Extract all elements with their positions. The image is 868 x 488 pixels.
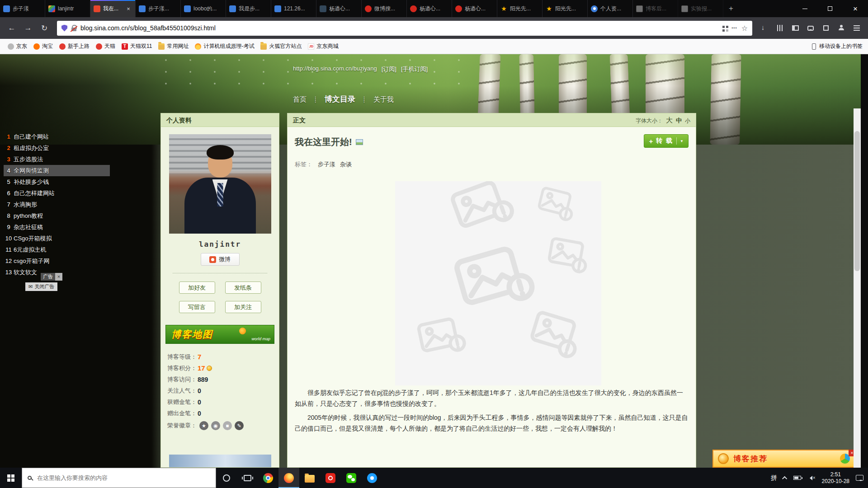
blog-map-banner[interactable]: 博客地图 world map [165,325,274,344]
messages-button[interactable] [804,21,817,35]
browser-tab[interactable]: 阳光先... × [542,0,588,17]
post-tag[interactable]: 步子漾 [318,160,335,169]
hidden-icons-chevron[interactable] [782,476,787,481]
mobile-bookmarks-item[interactable]: 移动设备上的书签 [811,42,863,50]
qr-code-icon[interactable] [722,26,725,28]
post-tag[interactable]: 杂谈 [340,160,352,169]
honor-badge-icon[interactable]: ★ [199,421,208,430]
browser-tab[interactable]: 实验报... × [678,0,723,17]
window-maximize-button[interactable] [817,0,843,17]
profile-action-button[interactable]: 加关注 [225,301,261,313]
screenshot-button[interactable] [819,21,833,35]
ime-indicator[interactable]: 拼 [771,474,777,482]
browser-tab[interactable]: 杨遒心... × [407,0,452,17]
bookmark-item[interactable]: T 天猫双11 [118,41,155,52]
forward-button[interactable]: → [21,21,35,35]
ad-close-icon[interactable]: × [55,273,62,281]
bookmark-item[interactable]: 天猫 [93,41,118,52]
hotlist-item[interactable]: 2 租虚拟办公室 [4,142,110,154]
browser-tab[interactable]: 杨遒心... × [452,0,497,17]
bookmark-item[interactable]: 常用网址 [155,41,192,52]
blog-nav-link[interactable]: 首页 [293,95,307,104]
cortana-button[interactable] [216,468,237,488]
taskbar-clock[interactable]: 2:51 2020-10-28 [822,471,849,485]
weibo-button[interactable]: 微博 [201,253,240,266]
font-size-option[interactable]: 小 [685,114,690,127]
blog-promo-ad[interactable]: 博客推荐 × [712,450,855,468]
taskbar-app-wechat[interactable] [341,468,362,488]
honor-badge-icon[interactable]: ✎ [235,421,244,430]
page-scrollbar[interactable] [854,108,861,468]
font-size-option[interactable]: 中 [676,114,682,127]
mobile-subscribe-link[interactable]: [手机订阅] [401,65,428,73]
subscribe-link[interactable]: [订阅] [382,65,396,73]
url-bar[interactable]: blog.sina.com.cn/s/blog_58afb45501009szi… [57,21,752,36]
profile-action-button[interactable]: 加好友 [179,282,215,294]
battery-icon[interactable] [793,476,801,480]
hotlist-item[interactable]: 4 全网舆情监测 [4,165,110,176]
search-input[interactable] [37,474,210,481]
taskbar-app-explorer[interactable] [299,468,320,488]
profile-action-button[interactable]: 发纸条 [225,282,261,294]
notification-center-icon[interactable] [856,475,863,481]
honor-badge-icon[interactable]: ◉ [211,421,220,430]
browser-tab[interactable]: 博客后... × [633,0,678,17]
browser-tab[interactable]: 步子漾 × [0,0,45,17]
browser-tab[interactable]: 阳光先... × [497,0,542,17]
insecure-lock-icon[interactable] [71,28,76,31]
bookmark-item[interactable]: 新手上路 [56,41,93,52]
taskbar-app-blue[interactable] [362,468,382,488]
browser-tab[interactable]: lanjintr × [45,0,90,17]
back-button[interactable]: ← [5,21,19,35]
bookmark-item[interactable]: 火狐官方站点 [257,41,305,52]
hotlist-item[interactable]: 10 CSgo开箱模拟 [4,233,110,244]
url-text[interactable]: blog.sina.com.cn/s/blog_58afb45501009szi… [80,24,718,32]
blog-nav-link[interactable]: 关于我 [355,95,394,104]
font-size-option[interactable]: 大 [666,113,673,127]
hotlist-item[interactable]: 7 水滴胸形 [4,199,110,210]
repost-button[interactable]: + 转 载 ▼ [644,134,689,148]
blog-nav-link[interactable]: 博文目录 [307,94,355,104]
tab-close-icon[interactable]: × [125,5,132,12]
account-button[interactable] [835,21,848,35]
browser-tab[interactable]: 我是步... × [226,0,271,17]
hotlist-item[interactable]: 11 6元虚拟主机 [4,244,110,255]
hotlist-item[interactable]: 9 杂志社征稿 [4,221,110,233]
hotlist-item[interactable]: 5 补处膜多少钱 [4,176,110,188]
hotlist-item[interactable]: 12 csgo开箱子网 [4,255,110,267]
taskbar-search-box[interactable] [22,468,216,488]
tracking-protection-shield-icon[interactable] [61,25,67,32]
browser-tab[interactable]: 个人资... × [588,0,633,17]
bookmark-item[interactable]: 计算机组成原理-考试 [192,41,257,52]
bookmark-item[interactable]: 京东 [5,41,30,52]
taskbar-app-red[interactable] [320,468,341,488]
hotlist-item[interactable]: 1 自己建个网站 [4,131,110,142]
reload-button[interactable]: ↻ [37,21,52,35]
browser-tab[interactable]: 步子漾... × [136,0,181,17]
library-button[interactable] [773,21,787,35]
browser-tab[interactable]: loobo的... × [181,0,226,17]
hotlist-item[interactable]: 6 自己怎样建网站 [4,188,110,199]
taskbar-app-chrome[interactable] [258,468,278,488]
menu-button[interactable] [850,21,863,35]
bookmark-item[interactable]: JD 京东商城 [305,41,341,52]
close-ad-button[interactable]: ✉ 关闭广告 [25,282,57,291]
profile-action-button[interactable]: 写留言 [179,301,215,313]
download-button[interactable]: → [758,21,771,35]
volume-muted-icon[interactable]: × [807,475,816,480]
browser-tab[interactable]: 我在... × [90,0,136,17]
browser-tab[interactable]: 微博搜... × [362,0,407,17]
hotlist-item[interactable]: 3 五步选股法 [4,154,110,165]
new-tab-button[interactable]: + [723,0,739,17]
bookmark-item[interactable]: 淘宝 [30,41,56,52]
honor-badge-icon[interactable]: ■ [223,421,232,430]
scrollbar-thumb[interactable] [854,131,860,271]
sidebar-toggle-button[interactable] [788,21,802,35]
window-close-button[interactable]: × [843,0,868,17]
window-minimize-button[interactable] [792,0,817,17]
taskbar-app-firefox[interactable] [278,468,299,488]
start-button[interactable] [0,468,22,488]
task-view-button[interactable] [237,468,258,488]
bookmark-star-icon[interactable]: ☆ [741,24,748,33]
browser-tab[interactable]: 杨遒心... × [316,0,362,17]
